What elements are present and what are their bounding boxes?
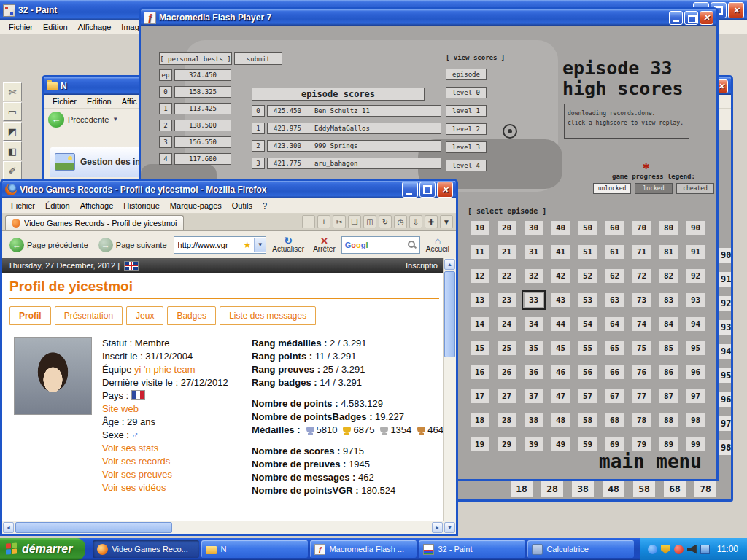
episode-cell-46[interactable]: 46	[551, 365, 570, 379]
episode-cell-51[interactable]: 51	[578, 245, 597, 259]
episode-cell-77[interactable]: 77	[632, 389, 651, 403]
explorer-menu-edition[interactable]: Edition	[82, 96, 116, 106]
episode-cell-43[interactable]: 43	[551, 293, 570, 307]
paste-icon[interactable]: ◫	[363, 215, 376, 228]
episode-cell-49[interactable]: 49	[551, 438, 570, 451]
paint-menu-edition[interactable]: Edition	[39, 22, 72, 32]
tool-eraser-icon[interactable]: ◩	[3, 122, 22, 141]
episode-cell-82[interactable]: 82	[659, 269, 678, 283]
episode-cell-95[interactable]: 95	[719, 368, 731, 383]
profile-tab-profil[interactable]: Profil	[9, 306, 51, 325]
episode-cell-29[interactable]: 29	[498, 438, 516, 451]
episode-cell-55[interactable]: 55	[578, 341, 597, 355]
episode-cell-34[interactable]: 34	[525, 317, 543, 331]
episode-cell-99[interactable]: 99	[686, 438, 705, 451]
episode-cell-40[interactable]: 40	[551, 221, 570, 235]
profile-link-yi-n-phie-team[interactable]: yi 'n phie team	[134, 364, 195, 375]
episode-cell-57[interactable]: 57	[578, 389, 597, 403]
tray-alert-icon[interactable]	[674, 545, 684, 554]
episode-cell-58[interactable]: 58	[633, 481, 655, 497]
episode-cell-41[interactable]: 41	[551, 245, 570, 259]
episode-cell-65[interactable]: 65	[605, 341, 624, 355]
tool-select-icon[interactable]: ▭	[3, 102, 22, 121]
firefox-menu-marque-pages[interactable]: Marque-pages	[166, 201, 226, 211]
episode-cell-24[interactable]: 24	[498, 317, 516, 331]
episode-cell-70[interactable]: 70	[632, 221, 651, 235]
minimize-button[interactable]	[669, 11, 683, 25]
episode-cell-59[interactable]: 59	[578, 438, 597, 451]
view-button-level-1[interactable]: level 1	[446, 105, 487, 117]
personal-bests-tab[interactable]: [ personal bests ]	[159, 52, 232, 65]
episode-cell-25[interactable]: 25	[498, 341, 516, 355]
tray-messenger-icon[interactable]	[648, 545, 657, 554]
episode-cell-13[interactable]: 13	[471, 293, 489, 307]
episode-cell-23[interactable]: 23	[498, 293, 516, 307]
taskbar-task-video-games-reco[interactable]: Video Games Reco...	[93, 540, 199, 558]
tray-volume-icon[interactable]	[687, 545, 697, 554]
scroll-right-icon[interactable]: ►	[432, 522, 443, 533]
episode-cell-96[interactable]: 96	[719, 392, 731, 407]
episode-cell-33[interactable]: 33	[525, 293, 543, 307]
episode-cell-90[interactable]: 90	[719, 248, 731, 262]
episode-cell-66[interactable]: 66	[605, 365, 624, 379]
episode-cell-28[interactable]: 28	[541, 481, 563, 497]
tray-shield-icon[interactable]	[661, 545, 670, 554]
episode-cell-30[interactable]: 30	[525, 221, 543, 235]
episode-score-box[interactable]: 423.975EddyMataGallos	[267, 122, 441, 134]
episode-cell-72[interactable]: 72	[632, 269, 651, 283]
episode-cell-87[interactable]: 87	[659, 389, 678, 403]
copy-icon[interactable]: ❏	[348, 215, 361, 228]
firefox-menu-dition[interactable]: Édition	[41, 201, 74, 211]
episode-cell-93[interactable]: 93	[686, 293, 705, 307]
taskbar-task-n[interactable]: N	[201, 540, 308, 558]
firefox-menu-outils[interactable]: Outils	[228, 201, 257, 211]
episode-cell-56[interactable]: 56	[578, 365, 597, 379]
close-button[interactable]	[700, 11, 713, 25]
episode-cell-71[interactable]: 71	[632, 245, 651, 259]
episode-cell-95[interactable]: 95	[686, 341, 705, 355]
view-button-episode[interactable]: episode	[446, 69, 487, 80]
horizontal-scrollbar[interactable]: ◄ ►	[2, 521, 444, 534]
episode-cell-76[interactable]: 76	[632, 365, 651, 379]
episode-cell-17[interactable]: 17	[471, 389, 489, 403]
episode-score-box[interactable]: 425.450Ben_Schultz_11	[267, 105, 441, 117]
home-button[interactable]: Accueil	[423, 237, 452, 253]
tray-network-icon[interactable]	[700, 545, 710, 554]
episode-cell-58[interactable]: 58	[578, 413, 597, 427]
reload-icon[interactable]: ↻	[379, 215, 392, 228]
episode-cell-54[interactable]: 54	[578, 317, 597, 331]
episode-score-row[interactable]: 1423.975EddyMataGallos	[252, 122, 441, 134]
episode-cell-42[interactable]: 42	[551, 269, 570, 283]
profile-link-voir-ses-vid-os[interactable]: Voir ses vidéos	[102, 482, 166, 493]
uk-flag-icon[interactable]	[124, 261, 139, 271]
episode-score-row[interactable]: 3421.775aru_bahagon	[252, 158, 441, 169]
episode-cell-63[interactable]: 63	[605, 293, 624, 307]
episode-cell-80[interactable]: 80	[659, 221, 678, 235]
episode-cell-32[interactable]: 32	[525, 269, 543, 283]
episode-cell-96[interactable]: 96	[686, 365, 705, 379]
search-icon[interactable]	[408, 241, 417, 249]
episode-score-box[interactable]: 421.775aru_bahagon	[267, 158, 441, 169]
episode-cell-85[interactable]: 85	[659, 341, 678, 355]
vertical-scrollbar[interactable]: ▲ ▼	[443, 258, 456, 534]
episode-cell-60[interactable]: 60	[605, 221, 624, 235]
list-tabs-icon[interactable]: ▼	[440, 215, 453, 228]
tool-free-select-icon[interactable]: ✄	[3, 82, 22, 101]
episode-cell-94[interactable]: 94	[686, 317, 705, 331]
episode-cell-16[interactable]: 16	[471, 365, 489, 379]
close-button[interactable]	[437, 182, 453, 198]
episode-cell-45[interactable]: 45	[551, 341, 570, 355]
site-top-right-text[interactable]: Inscriptio	[406, 261, 438, 270]
clock[interactable]: 11:00	[717, 544, 738, 554]
episode-cell-35[interactable]: 35	[525, 341, 543, 355]
tool-pick-color-icon[interactable]: ✐	[3, 161, 22, 180]
minimize-button[interactable]	[402, 182, 418, 198]
episode-cell-86[interactable]: 86	[659, 365, 678, 379]
episode-cell-53[interactable]: 53	[578, 293, 597, 307]
episode-cell-39[interactable]: 39	[525, 438, 543, 451]
episode-cell-93[interactable]: 93	[719, 320, 731, 335]
start-button[interactable]: démarrer	[0, 538, 85, 560]
taskbar-task-32-paint[interactable]: 32 - Paint	[419, 540, 525, 558]
episode-cell-38[interactable]: 38	[525, 413, 543, 427]
episode-cell-10[interactable]: 10	[471, 221, 489, 235]
